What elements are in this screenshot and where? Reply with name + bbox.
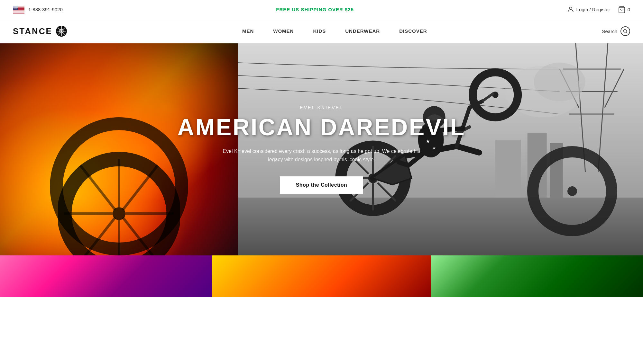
svg-point-8 [13,6,14,7]
svg-point-12 [17,6,18,7]
bottom-strip-left [0,255,212,297]
nav-item-discover[interactable]: DISCOVER [399,28,427,34]
svg-point-29 [16,9,17,9]
nav-links: MEN WOMEN KIDS UNDERWEAR DISCOVER [242,28,427,34]
nav-item-kids[interactable]: KIDS [313,28,326,34]
svg-point-27 [14,9,15,9]
svg-point-18 [14,7,15,8]
svg-rect-5 [13,11,24,12]
cart-button[interactable]: 0 [618,6,630,13]
top-bar-left: 1-888-391-9020 [13,6,63,13]
user-icon [567,6,574,13]
svg-point-19 [15,7,16,8]
stance-logo-icon [56,25,67,37]
top-bar: 1-888-391-9020 FREE US SHIPPING OVER $25… [0,0,643,19]
hero-subtitle: EVEL KNIEVEL [300,105,343,110]
cart-count: 0 [628,7,630,12]
svg-point-13 [14,7,14,7]
nav-item-men[interactable]: MEN [242,28,254,34]
top-bar-right: Login / Register 0 [567,6,630,13]
svg-point-9 [14,6,15,7]
bottom-strip [0,255,643,297]
svg-point-20 [16,7,17,8]
search-area[interactable]: Search [602,26,630,36]
svg-line-41 [626,32,627,33]
bottom-strip-right [431,255,643,297]
svg-rect-4 [13,10,24,10]
us-flag-icon [13,6,24,13]
svg-point-30 [17,9,18,9]
svg-point-26 [13,9,14,9]
svg-point-24 [16,8,16,9]
svg-point-25 [17,8,17,9]
svg-point-11 [16,6,17,7]
login-label: Login / Register [576,7,610,12]
svg-point-16 [17,7,17,7]
search-icon[interactable] [620,26,630,36]
hero-title: AMERICAN DAREDEVIL [177,115,465,140]
nav-item-underwear[interactable]: UNDERWEAR [345,28,380,34]
hero-description: Evel Knievel considered every crash a su… [222,147,421,164]
shop-collection-button[interactable]: Shop the Collection [280,176,363,194]
hero-section: ★ ★ EVEL KNIEVEL AMERICAN DAREDEVIL Evel… [0,43,643,255]
svg-point-39 [61,31,62,32]
logo-text: STANCE [13,26,52,36]
bottom-strip-mid [212,255,431,297]
shipping-promo: FREE US SHIPPING OVER $25 [276,7,354,12]
svg-point-17 [13,7,14,8]
svg-point-31 [569,7,572,10]
svg-point-22 [14,8,14,9]
search-label: Search [602,29,617,34]
nav-item-women[interactable]: WOMEN [273,28,294,34]
hero-overlay: EVEL KNIEVEL AMERICAN DAREDEVIL Evel Kni… [0,43,643,255]
svg-point-14 [15,7,15,7]
svg-point-28 [15,9,16,9]
svg-point-23 [15,8,15,9]
logo[interactable]: STANCE [13,25,67,37]
phone-number: 1-888-391-9020 [28,7,63,12]
svg-rect-6 [13,12,24,13]
svg-point-15 [16,7,16,7]
login-button[interactable]: Login / Register [567,6,610,13]
svg-point-10 [15,6,16,7]
svg-point-21 [17,7,18,8]
cart-icon [618,6,626,13]
main-nav: STANCE MEN WOMEN KIDS UNDERWEAR DISCOVER [0,19,643,43]
